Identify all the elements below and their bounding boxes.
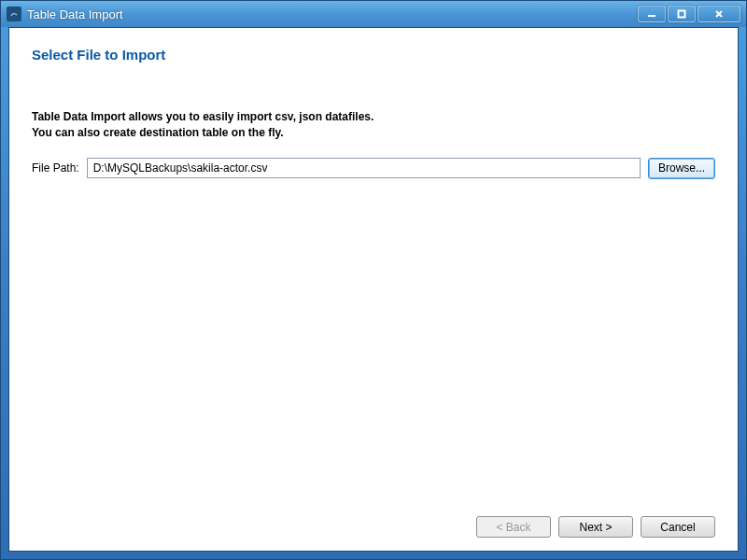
window-controls	[636, 6, 740, 22]
file-path-input[interactable]	[87, 158, 641, 178]
close-button[interactable]	[698, 6, 740, 22]
window-frame: Table Data Import Select File to Import …	[0, 0, 747, 560]
description-line1: Table Data Import allows you to easily i…	[32, 109, 715, 125]
minimize-button[interactable]	[638, 6, 666, 22]
next-button[interactable]: Next >	[558, 516, 633, 538]
footer-buttons: < Back Next > Cancel	[32, 516, 715, 538]
file-path-label: File Path:	[32, 161, 79, 175]
description-line2: You can also create destination table on…	[32, 125, 715, 141]
window-title: Table Data Import	[27, 7, 636, 21]
content-frame: Select File to Import Table Data Import …	[8, 27, 739, 552]
titlebar[interactable]: Table Data Import	[1, 1, 746, 27]
maximize-icon	[677, 9, 686, 19]
browse-button[interactable]: Browse...	[648, 158, 715, 179]
page-title: Select File to Import	[32, 47, 715, 63]
app-icon	[7, 7, 21, 21]
file-path-row: File Path: Browse...	[32, 158, 715, 179]
svg-rect-1	[679, 11, 685, 18]
close-icon	[714, 9, 724, 19]
description: Table Data Import allows you to easily i…	[32, 109, 715, 141]
cancel-button[interactable]: Cancel	[641, 516, 715, 538]
maximize-button[interactable]	[668, 6, 696, 22]
spacer	[32, 179, 715, 507]
content-area: Select File to Import Table Data Import …	[9, 28, 738, 551]
minimize-icon	[647, 9, 656, 19]
back-button: < Back	[476, 516, 551, 538]
